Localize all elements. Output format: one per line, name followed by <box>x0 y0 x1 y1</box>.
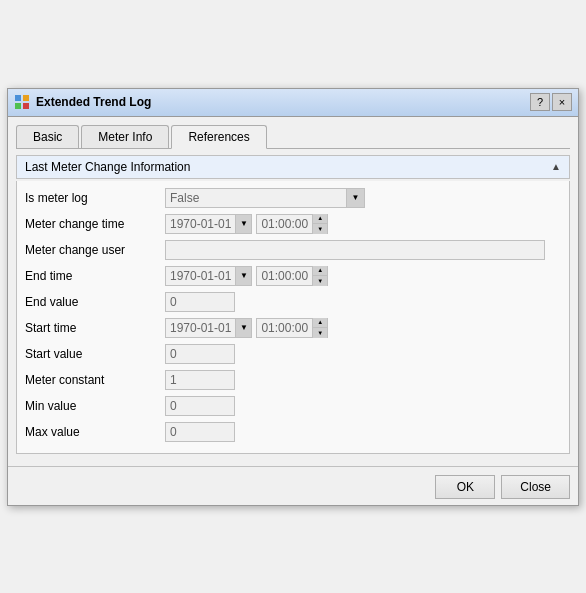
window-title: Extended Trend Log <box>36 95 528 109</box>
meter-change-date-field[interactable]: 1970-01-01 ▼ <box>165 214 252 234</box>
select-arrow-icon: ▼ <box>346 189 364 207</box>
close-button[interactable]: Close <box>501 475 570 499</box>
tab-basic[interactable]: Basic <box>16 125 79 148</box>
meter-change-user-label: Meter change user <box>25 243 165 257</box>
end-value-label: End value <box>25 295 165 309</box>
meter-constant-label: Meter constant <box>25 373 165 387</box>
svg-rect-2 <box>15 103 21 109</box>
meter-change-user-input[interactable] <box>165 240 545 260</box>
start-date-field[interactable]: 1970-01-01 ▼ <box>165 318 252 338</box>
meter-change-date-btn[interactable]: ▼ <box>235 215 251 233</box>
end-date-btn[interactable]: ▼ <box>235 267 251 285</box>
main-window: Extended Trend Log ? × Basic Meter Info … <box>7 88 579 506</box>
start-value-label: Start value <box>25 347 165 361</box>
form-body: Is meter log False ▼ Meter change time 1… <box>16 181 570 454</box>
section-title: Last Meter Change Information <box>25 160 190 174</box>
dialog-footer: OK Close <box>8 466 578 505</box>
max-value-label: Max value <box>25 425 165 439</box>
window-close-button[interactable]: × <box>552 93 572 111</box>
start-time-value: 01:00:00 <box>257 320 312 336</box>
end-time-value: 01:00:00 <box>257 268 312 284</box>
svg-rect-1 <box>23 95 29 101</box>
end-time-down[interactable]: ▼ <box>313 276 327 286</box>
meter-change-time-down[interactable]: ▼ <box>313 224 327 234</box>
end-time-spinners: ▲ ▼ <box>312 266 327 286</box>
tab-meter-info[interactable]: Meter Info <box>81 125 169 148</box>
meter-change-time-group: 1970-01-01 ▼ 01:00:00 ▲ ▼ <box>165 214 328 234</box>
end-value-input[interactable] <box>165 292 235 312</box>
meter-change-time-up[interactable]: ▲ <box>313 214 327 225</box>
title-bar: Extended Trend Log ? × <box>8 89 578 117</box>
svg-rect-0 <box>15 95 21 101</box>
min-value-label: Min value <box>25 399 165 413</box>
start-time-spinners: ▲ ▼ <box>312 318 327 338</box>
meter-change-time-field[interactable]: 01:00:00 ▲ ▼ <box>256 214 328 234</box>
start-value-input[interactable] <box>165 344 235 364</box>
start-time-field[interactable]: 01:00:00 ▲ ▼ <box>256 318 328 338</box>
start-time-down[interactable]: ▼ <box>313 328 327 338</box>
svg-rect-3 <box>23 103 29 109</box>
ok-button[interactable]: OK <box>435 475 495 499</box>
meter-change-date-value: 1970-01-01 <box>166 216 235 232</box>
end-date-field[interactable]: 1970-01-01 ▼ <box>165 266 252 286</box>
app-icon <box>14 94 30 110</box>
is-meter-log-value: False <box>166 190 346 206</box>
start-time-group: 1970-01-01 ▼ 01:00:00 ▲ ▼ <box>165 318 328 338</box>
meter-constant-row: Meter constant <box>25 369 561 391</box>
start-time-row: Start time 1970-01-01 ▼ 01:00:00 ▲ ▼ <box>25 317 561 339</box>
meter-change-time-label: Meter change time <box>25 217 165 231</box>
start-time-up[interactable]: ▲ <box>313 318 327 329</box>
is-meter-log-label: Is meter log <box>25 191 165 205</box>
start-value-row: Start value <box>25 343 561 365</box>
is-meter-log-select[interactable]: False ▼ <box>165 188 365 208</box>
start-date-value: 1970-01-01 <box>166 320 235 336</box>
is-meter-log-row: Is meter log False ▼ <box>25 187 561 209</box>
start-date-btn[interactable]: ▼ <box>235 319 251 337</box>
end-time-up[interactable]: ▲ <box>313 266 327 277</box>
start-time-label: Start time <box>25 321 165 335</box>
end-time-row: End time 1970-01-01 ▼ 01:00:00 ▲ ▼ <box>25 265 561 287</box>
meter-change-user-row: Meter change user <box>25 239 561 261</box>
max-value-row: Max value <box>25 421 561 443</box>
collapse-icon: ▲ <box>551 161 561 172</box>
max-value-input[interactable] <box>165 422 235 442</box>
min-value-input[interactable] <box>165 396 235 416</box>
min-value-row: Min value <box>25 395 561 417</box>
end-date-value: 1970-01-01 <box>166 268 235 284</box>
section-header[interactable]: Last Meter Change Information ▲ <box>16 155 570 179</box>
help-button[interactable]: ? <box>530 93 550 111</box>
end-time-label: End time <box>25 269 165 283</box>
end-time-field[interactable]: 01:00:00 ▲ ▼ <box>256 266 328 286</box>
tab-references[interactable]: References <box>171 125 266 149</box>
meter-change-time-row: Meter change time 1970-01-01 ▼ 01:00:00 … <box>25 213 561 235</box>
meter-constant-input[interactable] <box>165 370 235 390</box>
meter-change-time-value: 01:00:00 <box>257 216 312 232</box>
meter-change-time-spinners: ▲ ▼ <box>312 214 327 234</box>
tab-bar: Basic Meter Info References <box>16 125 570 149</box>
end-value-row: End value <box>25 291 561 313</box>
end-time-group: 1970-01-01 ▼ 01:00:00 ▲ ▼ <box>165 266 328 286</box>
dialog-content: Basic Meter Info References Last Meter C… <box>8 117 578 462</box>
